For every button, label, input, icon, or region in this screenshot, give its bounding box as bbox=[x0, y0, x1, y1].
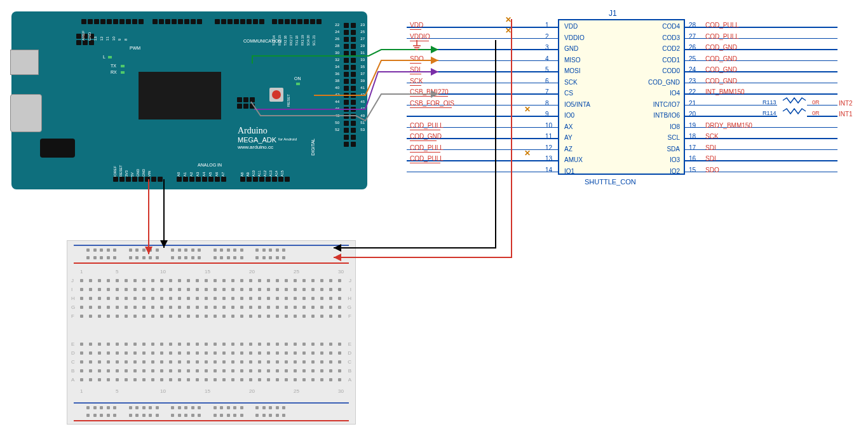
pin-wire bbox=[407, 172, 558, 173]
usb-port bbox=[10, 50, 39, 75]
resistor-ref: R114 bbox=[763, 110, 776, 116]
pin-name-left: IO5/INTA bbox=[564, 101, 590, 108]
arduino-board: TX RX L ON COMMUNICATION PWM ANALOG IN D… bbox=[11, 11, 367, 189]
pin-name-left: SCK bbox=[564, 79, 578, 86]
pin-name-left: AMUX bbox=[564, 156, 583, 163]
pin-name-right: IO2 bbox=[670, 168, 680, 175]
pin-wire bbox=[407, 83, 558, 84]
net-label: INT1 bbox=[839, 111, 853, 118]
pin-wire bbox=[407, 27, 558, 28]
arduino-url: www.arduino.cc bbox=[238, 144, 273, 150]
top-pins-1 bbox=[81, 19, 144, 24]
net-label: CSB_FOR_OIS bbox=[410, 100, 454, 107]
top-pins-3 bbox=[215, 19, 264, 24]
pin-name-left: MISO bbox=[564, 57, 581, 64]
reset-label: RESET bbox=[287, 94, 290, 107]
pin-name-left: IO0 bbox=[564, 112, 574, 119]
schematic-name: SHUTTLE_CON bbox=[585, 178, 636, 186]
net-label: COD_GND bbox=[410, 133, 442, 140]
net-label: COD_PULL bbox=[410, 144, 444, 151]
pin-name-right: COD4 bbox=[662, 23, 680, 30]
pin-name-left: GND bbox=[564, 45, 578, 52]
net-label: COD_GND bbox=[705, 66, 737, 73]
pin-name-left: VDD bbox=[564, 23, 578, 30]
bottom-pins-analog1 bbox=[177, 177, 226, 182]
pin-name-right: COD_GND bbox=[648, 79, 680, 86]
net-label: SDI bbox=[705, 155, 716, 162]
tx-led bbox=[121, 65, 125, 67]
tx-label: TX bbox=[111, 64, 116, 68]
net-label: VDDIO bbox=[410, 33, 430, 40]
x-mark-icon: ✕ bbox=[524, 105, 531, 114]
resistor-ref: R113 bbox=[763, 99, 776, 106]
net-label: COD_PULL bbox=[705, 33, 739, 40]
top-pins-2 bbox=[153, 19, 202, 24]
pin-name-right: IO4 bbox=[670, 90, 680, 97]
pin-name-right: IO8 bbox=[670, 123, 680, 130]
pin-name-left: IO1 bbox=[564, 168, 574, 175]
rx-led bbox=[121, 71, 125, 74]
usb-host-port bbox=[10, 94, 42, 132]
pin-name-left: VDDIO bbox=[564, 34, 585, 41]
bottom-pins-analog2 bbox=[240, 177, 290, 182]
net-label: SDO bbox=[410, 55, 424, 62]
net-label: INT2 bbox=[839, 100, 853, 107]
pin-name-right: SDA bbox=[667, 146, 680, 153]
x-mark-icon: ✕ bbox=[524, 149, 531, 158]
net-label: COD_PULL bbox=[410, 122, 444, 129]
l-led bbox=[108, 56, 112, 58]
net-label: CSB_BMI270 bbox=[410, 88, 449, 95]
pin-name-right: COD3 bbox=[662, 34, 680, 41]
pin-name-right: SCL bbox=[668, 134, 680, 141]
on-label: ON bbox=[294, 76, 301, 81]
power-jack bbox=[40, 139, 75, 158]
arduino-title: Arduino bbox=[238, 126, 268, 136]
net-label: COD_GND bbox=[705, 55, 737, 62]
net-label: COD_PULL bbox=[705, 22, 739, 29]
arduino-subtitle: for Android bbox=[278, 137, 297, 141]
pin-name-right: COD2 bbox=[662, 45, 680, 52]
pin-name-right: COD0 bbox=[662, 67, 680, 74]
mcu-chip bbox=[139, 72, 221, 119]
net-label: COD_PULL bbox=[410, 155, 444, 162]
top-pins-4 bbox=[272, 19, 322, 24]
pin-name-left: AY bbox=[564, 134, 573, 141]
digital-label: DIGITAL bbox=[311, 139, 315, 156]
pin-name-left: AZ bbox=[564, 146, 573, 153]
net-label: SCK bbox=[410, 78, 423, 85]
pin-name-left: AX bbox=[564, 123, 573, 130]
net-label: SDO bbox=[705, 167, 719, 174]
pin-name-left: CS bbox=[564, 90, 573, 97]
top-pin-labels: AREFGND1312111098 bbox=[81, 28, 128, 41]
pin-name-right: INTB/IO6 bbox=[653, 112, 680, 119]
net-label: COD_GND bbox=[705, 78, 737, 85]
net-label: DRDY_BMM150 bbox=[705, 122, 752, 129]
analog-label: ANALOG IN bbox=[198, 163, 222, 167]
net-label: VDD bbox=[410, 22, 423, 29]
reset-button[interactable] bbox=[269, 88, 283, 102]
x-mark-icon: ✕ bbox=[505, 26, 512, 35]
digital-pin-column bbox=[344, 23, 356, 147]
schematic-ref: J1 bbox=[609, 9, 617, 18]
x-mark-icon: ✕ bbox=[505, 15, 512, 24]
pin-name-right: COD1 bbox=[662, 57, 680, 64]
pin-name-left: MOSI bbox=[564, 67, 581, 74]
schematic-box bbox=[558, 19, 685, 175]
pin-wire bbox=[407, 49, 558, 50]
pin-wire bbox=[407, 60, 558, 62]
pin-wire bbox=[407, 116, 558, 117]
pin-wire bbox=[407, 71, 558, 72]
net-label: COD_GND bbox=[705, 44, 737, 51]
breadboard: JJIIHHGGFFEEDDCCBBAA11551010151520202525… bbox=[67, 240, 356, 425]
l-label: L bbox=[103, 55, 105, 59]
pwm-label: PWM bbox=[130, 46, 140, 50]
pin-name-right: INTC/IO7 bbox=[653, 101, 680, 108]
net-label: INT_BMM150 bbox=[705, 88, 745, 95]
net-label: SDI bbox=[410, 66, 421, 73]
pin-name-right: IO3 bbox=[670, 156, 680, 163]
schematic-connector: J1 SHUTTLE_CON VDD1VDDVDDIO2VDDIOGND3MIS… bbox=[400, 8, 864, 192]
arduino-model: MEGA_ADK bbox=[238, 136, 276, 144]
icsp-pins-2 bbox=[237, 97, 255, 109]
rx-label: RX bbox=[111, 70, 117, 74]
bottom-pins-power bbox=[113, 177, 163, 182]
